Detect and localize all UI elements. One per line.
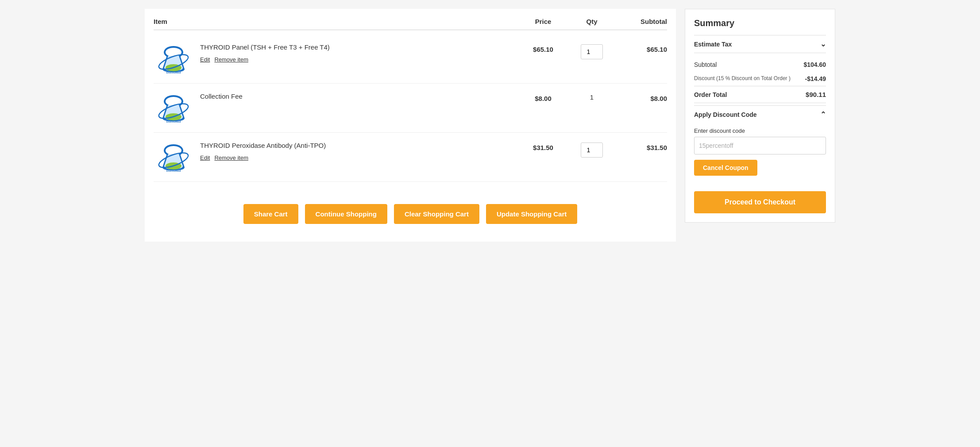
subtotal-col-header: Subtotal: [614, 18, 667, 25]
update-cart-button[interactable]: Update Shopping Cart: [486, 204, 577, 224]
subtotal-row: Subtotal $104.60: [694, 58, 826, 72]
item-3-price: $31.50: [517, 142, 570, 151]
item-3-actions: Edit Remove item: [200, 154, 326, 161]
item-1-remove-link[interactable]: Remove item: [214, 56, 248, 63]
estimate-tax-label: Estimate Tax: [694, 41, 732, 48]
clear-cart-button[interactable]: Clear Shopping Cart: [394, 204, 479, 224]
item-3-edit-link[interactable]: Edit: [200, 154, 210, 161]
item-2-price: $8.00: [517, 92, 570, 102]
continue-shopping-button[interactable]: Continue Shopping: [305, 204, 387, 224]
item-3-details: THYROID Peroxidase Antibody (Anti-TPO) E…: [200, 142, 326, 161]
item-details-wrapper: Discounted Labs .com Collection Fee: [154, 92, 517, 123]
item-2-name: Collection Fee: [200, 92, 243, 100]
subtotal-label: Subtotal: [694, 61, 717, 68]
item-logo: Discounted Labs .com: [154, 142, 193, 173]
item-3-qty-input[interactable]: [581, 143, 603, 158]
item-1-details: THYROID Panel (TSH + Free T3 + Free T4) …: [200, 43, 330, 63]
item-3-qty[interactable]: [570, 142, 614, 158]
cart-header: Item Price Qty Subtotal: [154, 18, 667, 30]
svg-text:Discounted: Discounted: [166, 120, 181, 123]
apply-discount-label: Apply Discount Code: [694, 111, 757, 118]
item-1-edit-link[interactable]: Edit: [200, 56, 210, 63]
svg-text:Discounted: Discounted: [166, 71, 181, 74]
item-2-subtotal: $8.00: [614, 92, 667, 102]
order-total-row: Order Total $90.11: [694, 86, 826, 103]
estimate-tax-accordion[interactable]: Estimate Tax ⌄: [694, 35, 826, 53]
proceed-to-checkout-button[interactable]: Proceed to Checkout: [694, 191, 826, 213]
share-cart-button[interactable]: Share Cart: [243, 204, 298, 224]
item-1-price: $65.10: [517, 43, 570, 53]
item-3-name: THYROID Peroxidase Antibody (Anti-TPO): [200, 142, 326, 149]
item-3-remove-link[interactable]: Remove item: [214, 154, 248, 161]
discount-row: Discount (15 % Discount on Total Order )…: [694, 72, 826, 86]
item-logo: Discounted Labs .com: [154, 92, 193, 123]
item-1-actions: Edit Remove item: [200, 56, 330, 63]
item-1-subtotal: $65.10: [614, 43, 667, 53]
discount-code-accordion[interactable]: Apply Discount Code ⌃: [694, 105, 826, 123]
cart-actions: Share Cart Continue Shopping Clear Shopp…: [154, 195, 667, 233]
subtotal-value: $104.60: [803, 61, 826, 68]
item-3-subtotal: $31.50: [614, 142, 667, 151]
discount-value: -$14.49: [805, 75, 826, 82]
enter-discount-label: Enter discount code: [694, 127, 826, 134]
item-logo: Discounted Labs .com: [154, 43, 193, 74]
chevron-up-icon: ⌃: [820, 110, 826, 119]
table-row: Discounted Labs .com THYROID Peroxidase …: [154, 133, 667, 182]
item-1-qty[interactable]: [570, 43, 614, 59]
discount-body: Enter discount code Cancel Coupon: [694, 123, 826, 187]
table-row: Discounted Labs .com THYROID Panel (TSH …: [154, 35, 667, 84]
item-2-qty: 1: [570, 92, 614, 101]
item-2-details: Collection Fee: [200, 92, 243, 100]
item-1-name: THYROID Panel (TSH + Free T3 + Free T4): [200, 43, 330, 51]
discount-label: Discount (15 % Discount on Total Order ): [694, 75, 791, 81]
table-row: Discounted Labs .com Collection Fee $8.0…: [154, 84, 667, 133]
order-total-value: $90.11: [806, 91, 826, 98]
item-1-qty-input[interactable]: [581, 44, 603, 59]
item-2-qty-value: 1: [590, 93, 594, 101]
cancel-coupon-button[interactable]: Cancel Coupon: [694, 160, 757, 176]
summary-section: Summary Estimate Tax ⌄ Subtotal $104.60 …: [685, 9, 835, 223]
item-details-wrapper: Discounted Labs .com THYROID Panel (TSH …: [154, 43, 517, 74]
discount-code-input[interactable]: [694, 137, 826, 154]
chevron-down-icon: ⌄: [820, 40, 826, 48]
svg-text:Discounted: Discounted: [166, 170, 181, 172]
price-col-header: Price: [517, 18, 570, 25]
qty-col-header: Qty: [570, 18, 614, 25]
order-total-label: Order Total: [694, 91, 727, 98]
item-col-header: Item: [154, 18, 517, 25]
cart-section: Item Price Qty Subtotal: [145, 9, 676, 242]
summary-title: Summary: [694, 18, 826, 28]
item-details-wrapper: Discounted Labs .com THYROID Peroxidase …: [154, 142, 517, 173]
